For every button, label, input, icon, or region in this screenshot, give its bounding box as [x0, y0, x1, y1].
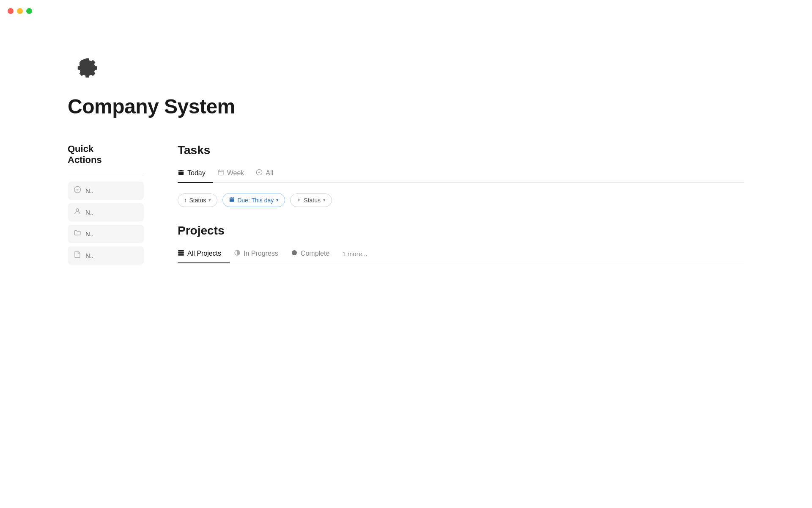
svg-rect-6 [218, 170, 223, 175]
check-circle-tab-icon [256, 169, 263, 177]
titlebar [0, 0, 812, 22]
sidebar: QuickActions N.. N.. [68, 144, 144, 268]
projects-section: Projects All Projects [178, 224, 744, 263]
sidebar-item-label-2: N.. [85, 230, 93, 237]
main-panel: Tasks Today [178, 144, 744, 263]
sidebar-divider [68, 173, 144, 173]
due-this-day-filter[interactable]: Due: This day ▾ [222, 193, 285, 207]
svg-point-1 [76, 209, 79, 211]
tab-all-projects[interactable]: All Projects [178, 245, 230, 263]
tab-all-projects-label: All Projects [187, 250, 221, 257]
tab-today-label: Today [187, 169, 206, 177]
person-icon [74, 207, 81, 217]
tab-all-label: All [266, 169, 273, 177]
svg-rect-16 [178, 252, 184, 254]
svg-point-19 [292, 250, 297, 255]
projects-tabs-row: All Projects In Progress [178, 245, 744, 263]
check-circle-icon [74, 186, 81, 196]
sort-up-icon: ↑ [184, 197, 187, 203]
half-circle-icon [234, 249, 241, 257]
status-filter-label: Status [304, 197, 321, 204]
close-button[interactable] [8, 8, 14, 14]
calendar-filled-icon [178, 169, 184, 177]
status-filter-chevron-icon: ▾ [323, 197, 326, 203]
maximize-button[interactable] [26, 8, 32, 14]
status-sort-label: Status [189, 197, 206, 204]
calendar-outline-icon [217, 169, 224, 177]
filters-row: ↑ Status ▾ Due: Th [178, 193, 744, 207]
status-sort-chevron-icon: ▾ [208, 197, 211, 203]
sidebar-item-label-1: N.. [85, 209, 93, 216]
stack-icon [178, 249, 184, 257]
tab-in-progress-label: In Progress [244, 250, 278, 257]
minimize-button[interactable] [17, 8, 23, 14]
tasks-title: Tasks [178, 144, 744, 157]
status-sort-filter[interactable]: ↑ Status ▾ [178, 193, 217, 207]
sidebar-item-label-0: N.. [85, 187, 93, 194]
tab-complete[interactable]: Complete [291, 245, 338, 263]
svg-rect-11 [230, 197, 234, 202]
page-icon [68, 47, 744, 83]
calendar-blue-icon [229, 196, 235, 204]
page-title: Company System [68, 95, 744, 118]
sidebar-item-1[interactable]: N.. [68, 203, 144, 221]
sidebar-title: QuickActions [68, 144, 144, 166]
sidebar-item-3[interactable]: N.. [68, 246, 144, 265]
tab-all[interactable]: All [256, 165, 281, 183]
due-this-day-label: Due: This day [237, 197, 274, 204]
content-layout: QuickActions N.. N.. [68, 144, 744, 268]
tab-week-label: Week [227, 169, 244, 177]
sidebar-item-0[interactable]: N.. [68, 182, 144, 200]
main-content: Company System QuickActions N.. [0, 47, 812, 268]
tab-today[interactable]: Today [178, 165, 213, 183]
status-filter[interactable]: ✦ Status ▾ [290, 193, 332, 207]
projects-title: Projects [178, 224, 744, 237]
gear-icon [68, 47, 102, 81]
circle-filled-icon [291, 249, 298, 257]
more-projects-link[interactable]: 1 more... [342, 246, 367, 262]
tab-week[interactable]: Week [217, 165, 252, 183]
svg-rect-17 [178, 254, 184, 255]
sidebar-item-label-3: N.. [85, 252, 93, 259]
sidebar-item-2[interactable]: N.. [68, 225, 144, 243]
folder-icon [74, 229, 81, 239]
sparkle-icon: ✦ [296, 197, 301, 203]
tasks-tabs-row: Today Week [178, 165, 744, 183]
svg-rect-2 [178, 170, 184, 175]
tab-in-progress[interactable]: In Progress [234, 245, 287, 263]
tasks-section: Tasks Today [178, 144, 744, 207]
document-icon [74, 251, 81, 260]
tab-complete-label: Complete [301, 250, 329, 257]
due-chevron-icon: ▾ [276, 197, 279, 203]
svg-rect-15 [178, 250, 184, 251]
